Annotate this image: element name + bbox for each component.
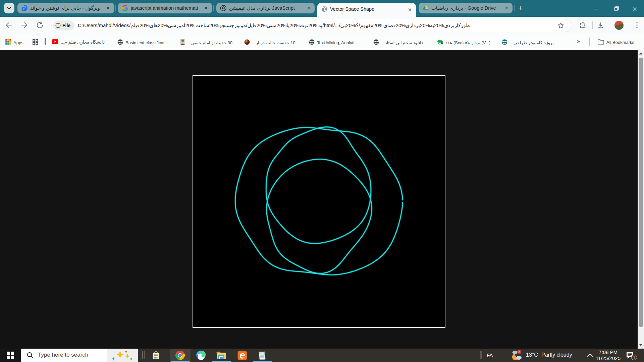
- svg-text:2: 2: [518, 350, 520, 354]
